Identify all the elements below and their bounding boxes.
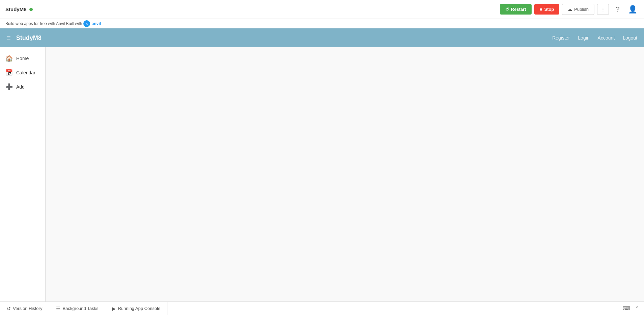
nav-login[interactable]: Login: [578, 35, 589, 41]
add-icon: ➕: [5, 83, 13, 91]
help-button[interactable]: ?: [612, 3, 624, 16]
top-toolbar: StudyM8 ↺ Restart ■ Stop ☁ Publish ⋮ ? 👤: [0, 0, 644, 19]
hamburger-menu[interactable]: ≡: [7, 34, 11, 42]
sidebar-item-calendar[interactable]: 📅 Calendar: [0, 66, 45, 80]
anvil-logo: A: [83, 20, 90, 27]
restart-button[interactable]: ↺ Restart: [500, 4, 532, 15]
sidebar-calendar-label: Calendar: [16, 70, 35, 75]
publish-label: Publish: [574, 7, 589, 12]
sidebar-home-label: Home: [16, 56, 29, 61]
restart-icon: ↺: [505, 7, 509, 12]
stop-label: Stop: [544, 7, 554, 12]
stop-icon: ■: [540, 7, 542, 12]
status-indicator: [29, 8, 33, 11]
account-icon: 👤: [628, 5, 637, 14]
nav-logout[interactable]: Logout: [623, 35, 637, 41]
bottom-bar: ↺ Version History ☰ Background Tasks ▶ R…: [0, 301, 644, 315]
sidebar-item-add[interactable]: ➕ Add: [0, 80, 45, 94]
background-tasks-icon: ☰: [56, 306, 60, 311]
main-content: 🏠 Home 📅 Calendar ➕ Add: [0, 47, 644, 301]
version-history-icon: ↺: [7, 306, 11, 311]
help-icon: ?: [616, 5, 619, 13]
toolbar-actions: ↺ Restart ■ Stop ☁ Publish ⋮ ? 👤: [500, 3, 639, 16]
anvil-logo-svg: A: [84, 21, 90, 27]
running-app-console-icon: ▶: [112, 306, 116, 311]
home-icon: 🏠: [5, 55, 13, 62]
account-button[interactable]: 👤: [626, 3, 639, 16]
navbar-links: Register Login Account Logout: [552, 35, 637, 41]
sidebar-add-label: Add: [16, 84, 25, 90]
more-icon: ⋮: [601, 7, 605, 12]
bottom-tab-version-history[interactable]: ↺ Version History: [0, 302, 49, 315]
calendar-icon: 📅: [5, 69, 13, 76]
app-navbar: ≡ StudyM8 Register Login Account Logout: [0, 28, 644, 47]
content-area: [46, 47, 644, 301]
bottom-tab-background-tasks[interactable]: ☰ Background Tasks: [49, 302, 105, 315]
svg-text:A: A: [86, 22, 88, 26]
nav-account[interactable]: Account: [598, 35, 615, 41]
bottom-right-controls: ⌨ ⌃: [620, 304, 644, 313]
terminal-button[interactable]: ⌨: [620, 304, 632, 313]
terminal-icon: ⌨: [622, 306, 630, 311]
app-title-area: StudyM8: [5, 6, 500, 12]
stop-button[interactable]: ■ Stop: [534, 4, 560, 15]
expand-button[interactable]: ⌃: [633, 304, 641, 313]
anvil-banner-text: Build web apps for free with Anvil Built…: [5, 21, 82, 26]
restart-label: Restart: [511, 7, 526, 12]
navbar-brand: StudyM8: [16, 34, 553, 42]
background-tasks-label: Background Tasks: [62, 306, 98, 311]
version-history-label: Version History: [13, 306, 42, 311]
publish-button[interactable]: ☁ Publish: [562, 4, 594, 15]
publish-icon: ☁: [568, 7, 572, 12]
app-title: StudyM8: [5, 6, 27, 12]
running-app-console-label: Running App Console: [118, 306, 160, 311]
bottom-tab-running-app-console[interactable]: ▶ Running App Console: [105, 302, 167, 315]
sidebar-item-home[interactable]: 🏠 Home: [0, 51, 45, 66]
anvil-banner: Build web apps for free with Anvil Built…: [0, 19, 644, 28]
expand-icon: ⌃: [635, 306, 639, 311]
nav-register[interactable]: Register: [552, 35, 570, 41]
sidebar: 🏠 Home 📅 Calendar ➕ Add: [0, 47, 46, 301]
anvil-wordmark: anvil: [91, 21, 101, 26]
more-button[interactable]: ⋮: [597, 4, 609, 15]
